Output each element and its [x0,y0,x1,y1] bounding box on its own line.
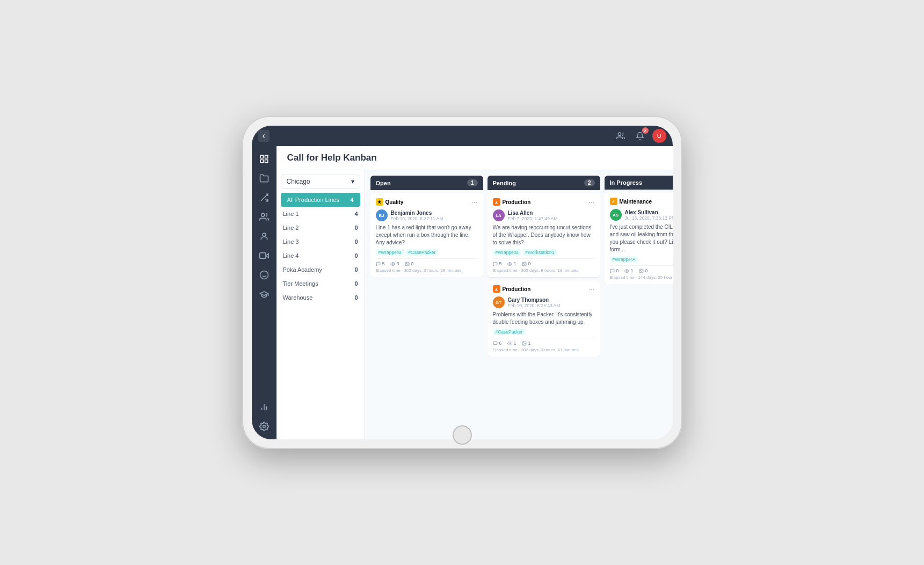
tag[interactable]: #WrapperB [376,249,404,256]
filter-item-line3[interactable]: Line 3 0 [277,235,365,249]
card-text: We are having reoccurring uncut sections… [493,224,595,247]
filter-item-tier[interactable]: Tier Meetings 0 [277,277,365,291]
top-nav-right: 2 U [614,129,666,143]
kanban-card[interactable]: ★ Quality ··· BJ Benjamin Jones [370,193,483,277]
kanban-column-pending: Pending 2 ▲ Production [488,176,600,434]
card-tags: #WrapperA [610,256,673,263]
tag[interactable]: #Workstation1 [522,249,557,256]
home-button[interactable] [453,425,472,445]
card-category: ▲ Production ··· [493,198,595,206]
kanban-board: Open 1 ★ Quality [365,170,673,439]
svg-point-0 [618,133,621,135]
card-elapsed: Elapsed time · 302 days, 3 hours, 29 min… [376,268,478,273]
sidebar-item-processes[interactable] [256,189,273,206]
sidebar-item-teams[interactable] [256,266,273,284]
filter-count: 0 [354,238,358,245]
filter-item-all[interactable]: All Production Lines 4 [281,193,360,207]
card-stat-views: 1 [507,261,516,266]
filter-label: Line 4 [283,252,299,259]
bell-badge: 2 [642,127,649,134]
card-more-button[interactable]: ··· [588,285,595,293]
kanban-cards-open: ★ Quality ··· BJ Benjamin Jones [370,193,483,277]
user-avatar-nav[interactable]: U [652,129,666,143]
page-title: Call for Help Kanban [287,153,662,163]
filter-item-line2[interactable]: Line 2 0 [277,221,365,235]
filter-count: 0 [354,224,358,231]
card-text: I've just completed the CIL on the Wrapp… [610,223,673,253]
card-elapsed: Elapsed time · 305 days, 8 hours, 18 min… [493,268,595,273]
sidebar-item-people[interactable] [256,228,273,245]
card-stat-views: 1 [624,268,634,273]
card-user: GT Gary Thompson Feb 10, 2020, 6:25:43 A… [493,296,595,308]
filter-item-warehouse[interactable]: Warehouse 0 [277,291,365,305]
tag[interactable]: #CasePacker [493,329,526,335]
card-more-button[interactable]: ··· [471,198,478,206]
sidebar-item-analytics[interactable] [256,399,273,416]
user-avatar: LA [493,209,505,221]
card-stat-views: 3 [390,261,399,266]
sidebar-item-settings[interactable] [256,418,273,435]
user-avatar: GT [493,296,505,308]
column-title: Open [376,180,391,186]
production-icon: ▲ [493,198,500,206]
svg-rect-4 [265,160,267,163]
filter-item-line1[interactable]: Line 1 4 [277,207,365,221]
card-stat-comments: 0 [610,268,619,273]
sidebar-item-users[interactable] [256,208,273,226]
card-category: ✓ Maintenance ··· [610,197,673,206]
card-footer: 0 1 0 [610,265,673,273]
card-user: LA Lisa Allen Feb 7, 2020, 1:47:49 AM [493,209,595,221]
user-name: Lisa Allen [508,210,595,216]
tag[interactable]: #CasePacker [405,249,438,256]
column-header-in-progress: In Progress [605,176,673,190]
card-stat-attachments: 0 [522,261,531,266]
page-content: Call for Help Kanban Chicago ▾ All Produ… [277,146,673,439]
filter-item-poka[interactable]: Poka Academy 0 [277,263,365,277]
filter-count: 4 [354,211,358,217]
card-footer: 5 1 0 [493,258,595,266]
svg-point-26 [523,342,523,343]
sidebar-item-files[interactable] [256,170,273,187]
card-tags: #WrapperB #CasePacker [376,249,478,256]
card-text: Problems with the Packer. It's consisten… [493,311,595,326]
category-badge: ✓ Maintenance [610,198,652,205]
svg-point-18 [392,263,393,264]
card-user: AS Alex Sullivan Jul 16, 2020, 7:33:13 P… [610,209,673,221]
user-name: Alex Sullivan [625,209,673,215]
sidebar-item-home[interactable] [256,150,273,168]
kanban-cards-in-progress: ✓ Maintenance ··· AS Alex Sullivan [605,193,673,284]
column-header-pending: Pending 2 [488,176,600,190]
filter-label: Warehouse [283,294,313,301]
card-stat-comments: 5 [376,261,385,266]
back-button[interactable]: ‹ [258,130,270,142]
column-title: Pending [493,180,516,186]
maintenance-icon: ✓ [610,198,617,205]
card-stat-attachments: 0 [405,261,414,266]
tag[interactable]: #WrapperA [610,256,638,263]
sidebar-item-media[interactable] [256,247,273,264]
bell-nav-icon[interactable]: 2 [633,129,647,143]
card-more-button[interactable]: ··· [588,198,595,206]
filter-count: 0 [354,252,358,259]
user-name: Gary Thompson [508,297,595,303]
kanban-column-open: Open 1 ★ Quality [370,176,483,434]
kanban-card[interactable]: ▲ Production ··· LA Lisa Allen [488,193,600,277]
column-header-open: Open 1 [370,176,483,190]
filter-count: 4 [350,197,353,203]
filter-count: 0 [354,280,358,287]
sidebar-item-training[interactable] [256,286,273,303]
card-elapsed: Elapsed time · 144 days, 20 hours, 33 mi… [610,275,673,280]
tablet-frame: ‹ 2 U [242,116,682,449]
tag[interactable]: #WrapperB [493,249,521,256]
kanban-card[interactable]: ✓ Maintenance ··· AS Alex Sullivan [605,193,673,284]
people-nav-icon[interactable] [614,129,628,143]
location-dropdown[interactable]: Chicago ▾ [281,175,360,189]
filter-item-line4[interactable]: Line 4 0 [277,249,365,263]
kanban-card[interactable]: ▲ Production ··· GT Gary Thompson [488,280,600,357]
category-label: Production [503,286,531,292]
svg-point-29 [640,270,641,270]
kanban-column-in-progress: In Progress ✓ Maintenance [605,176,673,434]
filter-label: Line 2 [283,224,299,231]
chevron-down-icon: ▾ [351,178,354,185]
card-elapsed: Elapsed time · 302 days, 3 hours, 41 min… [493,347,595,352]
